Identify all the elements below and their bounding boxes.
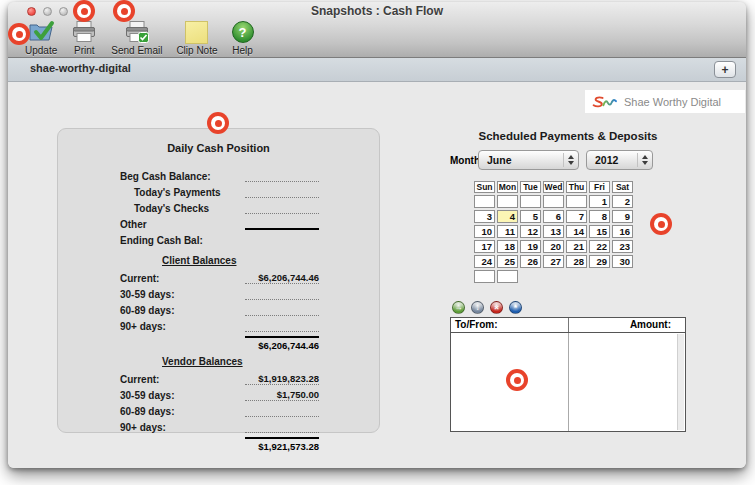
day-cell-9[interactable]: 9 xyxy=(612,210,633,223)
toolbar-button-label: Print xyxy=(74,45,95,56)
day-cell-30[interactable]: 30 xyxy=(612,255,633,268)
day-cell-7[interactable]: 7 xyxy=(566,210,587,223)
company-name: Shae Worthy Digital xyxy=(624,96,721,108)
year-select[interactable]: 2012 xyxy=(586,150,653,170)
beg-cash-balance-field[interactable] xyxy=(245,170,319,182)
info-icon[interactable]: ↓ xyxy=(471,301,484,314)
vendor-60-89-field[interactable] xyxy=(245,405,319,417)
day-cell-10[interactable]: 10 xyxy=(474,225,495,238)
day-cell-22[interactable]: 22 xyxy=(589,240,610,253)
day-cell-25[interactable]: 25 xyxy=(497,255,518,268)
day-cell-6[interactable]: 6 xyxy=(543,210,564,223)
day-cell-3[interactable]: 3 xyxy=(474,210,495,223)
send-email-button[interactable]: Send Email xyxy=(104,20,169,58)
day-cell-18[interactable]: 18 xyxy=(497,240,518,253)
print-button[interactable]: Print xyxy=(64,20,104,58)
schedule-table-header: To/From: Amount: xyxy=(451,318,685,333)
ending-cash-bal-label: Ending Cash Bal: xyxy=(120,235,203,246)
client-90plus-label: 90+ days: xyxy=(120,321,166,332)
day-cell-empty[interactable] xyxy=(497,270,518,283)
day-cell-1[interactable]: 1 xyxy=(589,195,610,208)
click-annotation-marker xyxy=(506,369,528,391)
day-cell-empty[interactable] xyxy=(474,195,495,208)
vendor-60-89-label: 60-89 days: xyxy=(120,406,174,417)
todays-checks-field[interactable] xyxy=(245,202,319,214)
scheduled-title: Scheduled Payments & Deposits xyxy=(450,130,686,142)
month-select[interactable]: June xyxy=(478,150,579,170)
vendor-90plus-field[interactable] xyxy=(245,421,319,433)
year-value: 2012 xyxy=(587,154,637,166)
calendar-spacer xyxy=(520,270,541,283)
add-tab-button[interactable]: + xyxy=(714,61,736,78)
day-cell-13[interactable]: 13 xyxy=(543,225,564,238)
zoom-button[interactable] xyxy=(59,7,68,16)
client-balances-heading: Client Balances xyxy=(162,255,379,266)
day-cell-12[interactable]: 12 xyxy=(520,225,541,238)
day-cell-21[interactable]: 21 xyxy=(566,240,587,253)
minimize-button[interactable] xyxy=(43,7,52,16)
close-button[interactable] xyxy=(27,7,36,16)
client-30-59-field[interactable] xyxy=(245,288,319,300)
other-field[interactable] xyxy=(245,218,319,230)
day-cell-14[interactable]: 14 xyxy=(566,225,587,238)
other-label: Other xyxy=(120,219,147,230)
screenshot-stage: Snapshots : Cash Flow UpdatePrintSend Em… xyxy=(0,0,755,485)
todays-payments-field[interactable] xyxy=(245,186,319,198)
day-cell-20[interactable]: 20 xyxy=(543,240,564,253)
sticky-note-icon xyxy=(185,20,208,44)
day-cell-23[interactable]: 23 xyxy=(612,240,633,253)
day-cell-empty[interactable] xyxy=(474,270,495,283)
cash-row: 30-59 days: $1,750.00 xyxy=(58,386,379,401)
vendor-30-59-field[interactable]: $1,750.00 xyxy=(245,389,319,401)
day-cell-4[interactable]: 4 xyxy=(497,210,518,223)
toolbar-button-label: Help xyxy=(232,45,253,56)
day-cell-empty[interactable] xyxy=(543,195,564,208)
day-cell-16[interactable]: 16 xyxy=(612,225,633,238)
day-cell-2[interactable]: 2 xyxy=(612,195,633,208)
clip-note-button[interactable]: Clip Note xyxy=(169,20,224,58)
vendor-balances-heading: Vendor Balances xyxy=(162,356,379,367)
company-logo: Shae Worthy Digital xyxy=(585,90,745,113)
ending-cash-bal-field[interactable] xyxy=(245,234,319,246)
day-cell-11[interactable]: 11 xyxy=(497,225,518,238)
day-cell-27[interactable]: 27 xyxy=(543,255,564,268)
client-current-field[interactable]: $6,206,744.46 xyxy=(245,272,319,284)
day-cell-5[interactable]: 5 xyxy=(520,210,541,223)
delete-icon[interactable]: × xyxy=(490,301,503,314)
help-button[interactable]: ?Help xyxy=(225,20,261,58)
schedule-table: To/From: Amount: xyxy=(450,317,686,432)
tofrom-column-header: To/From: xyxy=(451,318,569,332)
add-icon[interactable]: → xyxy=(452,301,465,314)
day-cell-26[interactable]: 26 xyxy=(520,255,541,268)
tab-bar: shae-worthy-digital + xyxy=(8,58,746,82)
amount-list[interactable] xyxy=(569,333,685,431)
cash-row: 60-89 days: xyxy=(58,301,379,316)
day-cell-28[interactable]: 28 xyxy=(566,255,587,268)
client-total-line xyxy=(245,336,319,338)
cash-row: Current: $1,919,823.28 xyxy=(58,370,379,385)
client-90plus-field[interactable] xyxy=(245,320,319,332)
day-cell-15[interactable]: 15 xyxy=(589,225,610,238)
day-cell-empty[interactable] xyxy=(566,195,587,208)
cash-row: Other xyxy=(58,215,379,230)
vendor-current-field[interactable]: $1,919,823.28 xyxy=(245,373,319,385)
beg-cash-balance-label: Beg Cash Balance: xyxy=(120,171,211,182)
printer-icon xyxy=(71,20,97,44)
toolbar-button-label: Send Email xyxy=(111,45,162,56)
day-cell-8[interactable]: 8 xyxy=(589,210,610,223)
tab-shae-worthy-digital[interactable]: shae-worthy-digital xyxy=(30,62,131,74)
vendor-30-59-label: 30-59 days: xyxy=(120,390,174,401)
cash-row: Today's Checks xyxy=(58,199,379,214)
day-cell-24[interactable]: 24 xyxy=(474,255,495,268)
day-cell-19[interactable]: 19 xyxy=(520,240,541,253)
client-30-59-label: 30-59 days: xyxy=(120,289,174,300)
client-60-89-field[interactable] xyxy=(245,304,319,316)
day-cell-empty[interactable] xyxy=(497,195,518,208)
globe-icon[interactable]: * xyxy=(509,301,522,314)
day-cell-empty[interactable] xyxy=(520,195,541,208)
click-annotation-marker xyxy=(8,23,30,45)
day-cell-29[interactable]: 29 xyxy=(589,255,610,268)
scrollbar[interactable] xyxy=(677,334,684,430)
calendar-spacer xyxy=(612,270,633,283)
day-cell-17[interactable]: 17 xyxy=(474,240,495,253)
